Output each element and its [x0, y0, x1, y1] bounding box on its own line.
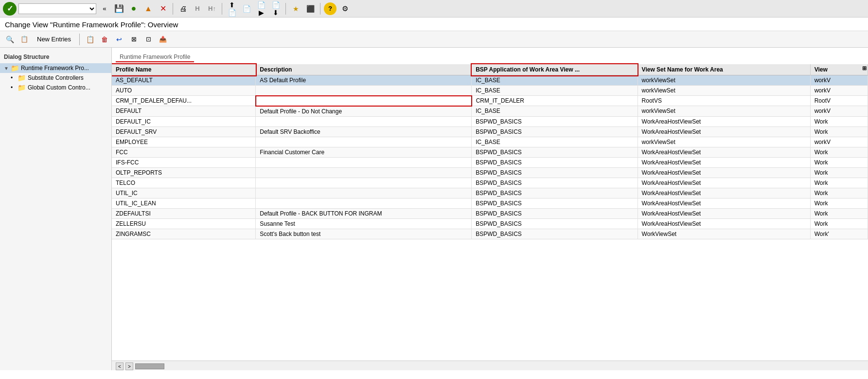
cell-view_set_name: workViewSet	[638, 106, 810, 117]
nav-dropdown[interactable]	[18, 3, 96, 14]
undo-btn[interactable]: ↩	[113, 34, 125, 45]
cell-description: Default Profile - Do Not Change	[256, 106, 472, 117]
select-all-btn[interactable]: ⊠	[128, 34, 140, 45]
data-table: Profile Name Description BSP Application…	[112, 64, 868, 239]
cell-profile_name: DEFAULT_SRV	[112, 126, 256, 137]
cell-profile_name: OLTP_REPORTS	[112, 167, 256, 178]
cell-description	[256, 137, 472, 147]
table-row[interactable]: DEFAULTDefault Profile - Do Not ChangeIC…	[112, 106, 868, 117]
col-resize-desc[interactable]	[469, 64, 471, 75]
settings-button[interactable]: ⚙	[338, 2, 351, 15]
cell-view_set_name: WorkAreaHostViewSet	[638, 208, 810, 218]
cell-description	[256, 96, 472, 106]
cell-view_set_name: WorkAreaHostViewSet	[638, 147, 810, 157]
cell-bsp_app: IC_BASE	[472, 137, 638, 147]
table-row[interactable]: EMPLOYEEIC_BASEworkViewSetworkV	[112, 137, 868, 147]
table-row[interactable]: AUTOIC_BASEworkViewSetworkV	[112, 86, 868, 96]
cell-profile_name: CRM_IT_DEALER_DEFAU...	[112, 96, 256, 106]
col-resize-profile[interactable]	[253, 64, 255, 75]
sep5	[79, 34, 80, 45]
bullet-icon: •	[11, 74, 16, 81]
export-btn[interactable]: 📤	[157, 34, 169, 45]
cell-description: AS Default Profile	[256, 75, 472, 86]
table-row[interactable]: ZINGRAMSCScott's Back button testBSPWD_B…	[112, 229, 868, 239]
cell-view: Work	[810, 198, 868, 208]
cell-bsp_app: BSPWD_BASICS	[472, 157, 638, 167]
table-row[interactable]: DEFAULT_SRVDefault SRV BackofficeBSPWD_B…	[112, 126, 868, 137]
table-row[interactable]: AS_DEFAULTAS Default ProfileIC_BASEworkV…	[112, 75, 868, 86]
star-button[interactable]: ★	[289, 2, 302, 15]
cell-description: Financial Customer Care	[256, 147, 472, 157]
save-button[interactable]: 💾	[113, 2, 125, 15]
bottom-scrollbar: < >	[112, 361, 868, 370]
table-row[interactable]: DEFAULT_ICBSPWD_BASICSWorkAreaHostViewSe…	[112, 116, 868, 126]
box1-button[interactable]: ⬛	[304, 2, 317, 15]
tree-item-root[interactable]: ▼ 📁 Runtime Framework Pro...	[0, 63, 111, 73]
copy-btn[interactable]: 📋	[84, 34, 96, 45]
checkmark-button[interactable]: ✓	[3, 2, 17, 16]
cell-description: Susanne Test	[256, 218, 472, 229]
cell-view_set_name: workViewSet	[638, 86, 810, 96]
cell-bsp_app: BSPWD_BASICS	[472, 147, 638, 157]
table-row[interactable]: CRM_IT_DEALER_DEFAU...CRM_IT_DEALERRootV…	[112, 96, 868, 106]
table-row[interactable]: IFS-FCCBSPWD_BASICSWorkAreaHostViewSetWo…	[112, 157, 868, 167]
table-row[interactable]: UTIL_ICBSPWD_BASICSWorkAreaHostViewSetWo…	[112, 188, 868, 198]
table-body: AS_DEFAULTAS Default ProfileIC_BASEworkV…	[112, 75, 868, 239]
cell-profile_name: IFS-FCC	[112, 157, 256, 167]
cell-bsp_app: BSPWD_BASICS	[472, 198, 638, 208]
cell-view: workV	[810, 106, 868, 117]
table-row[interactable]: ZDEFAULTSIDefault Profile - BACK BUTTON …	[112, 208, 868, 218]
tree-item-global[interactable]: • 📁 Global Custom Contro...	[0, 83, 111, 92]
right-panel: Runtime Framework Profile Profile Name D…	[112, 48, 868, 370]
table-row[interactable]: OLTP_REPORTSBSPWD_BASICSWorkAreaHostView…	[112, 167, 868, 178]
cell-profile_name: UTIL_IC	[112, 188, 256, 198]
cell-profile_name: FCC	[112, 147, 256, 157]
cell-view: RootV	[810, 96, 868, 106]
tree-item-substitute-label: Substitute Controllers	[28, 74, 84, 81]
separator3	[285, 3, 286, 15]
scroll-right-btn[interactable]: >	[125, 362, 133, 370]
table-row[interactable]: TELCOBSPWD_BASICSWorkAreaHostViewSetWork	[112, 178, 868, 188]
print-button[interactable]: 🖨	[177, 2, 189, 15]
find1-button[interactable]: H	[191, 2, 204, 15]
tree-item-substitute[interactable]: • 📁 Substitute Controllers	[0, 73, 111, 83]
upload-button[interactable]: ⬆📄	[226, 2, 238, 15]
col-resize-bsp[interactable]	[636, 64, 638, 75]
cell-view: Work	[810, 126, 868, 137]
help-button[interactable]: ?	[324, 2, 337, 15]
table-row[interactable]: FCCFinancial Customer CareBSPWD_BASICSWo…	[112, 147, 868, 157]
cell-view_set_name: WorkAreaHostViewSet	[638, 126, 810, 137]
search-btn[interactable]: 🔍	[4, 34, 16, 45]
cell-view_set_name: WorkAreaHostViewSet	[638, 116, 810, 126]
new-entries-button[interactable]: New Entries	[33, 35, 75, 44]
deselect-btn[interactable]: ⊡	[142, 34, 154, 45]
table-scroll-area[interactable]: Profile Name Description BSP Application…	[112, 62, 868, 361]
scroll-left-btn[interactable]: <	[116, 362, 124, 370]
scroll-thumb[interactable]	[135, 363, 164, 369]
cell-bsp_app: BSPWD_BASICS	[472, 126, 638, 137]
col-resize-viewset[interactable]	[808, 64, 810, 75]
table-view-btn[interactable]: 📋	[18, 34, 30, 45]
green-circle-button[interactable]: ●	[127, 2, 140, 15]
back-button[interactable]: «	[98, 2, 111, 15]
cell-description	[256, 198, 472, 208]
orange-up-button[interactable]: ▲	[142, 2, 155, 15]
find2-button[interactable]: H↑	[206, 2, 218, 15]
page-right-button[interactable]: 📄▶	[255, 2, 267, 15]
folder-icon-root: 📁	[11, 64, 19, 72]
col-header-view: View ⊞	[810, 64, 868, 75]
delete-btn[interactable]: 🗑	[99, 34, 110, 45]
cell-bsp_app: BSPWD_BASICS	[472, 208, 638, 218]
page-blank-button[interactable]: 📄	[240, 2, 253, 15]
red-x-button[interactable]: ✕	[157, 2, 169, 15]
cell-bsp_app: IC_BASE	[472, 106, 638, 117]
page-down-button[interactable]: 📄⬇	[269, 2, 282, 15]
cell-profile_name: AUTO	[112, 86, 256, 96]
cell-profile_name: UTIL_IC_LEAN	[112, 198, 256, 208]
table-row[interactable]: UTIL_IC_LEANBSPWD_BASICSWorkAreaHostView…	[112, 198, 868, 208]
cell-view: Work	[810, 157, 868, 167]
cell-bsp_app: IC_BASE	[472, 75, 638, 86]
col-resize-view[interactable]	[866, 64, 868, 75]
table-row[interactable]: ZELLERSUSusanne TestBSPWD_BASICSWorkArea…	[112, 218, 868, 229]
main-content: Dialog Structure ▼ 📁 Runtime Framework P…	[0, 48, 868, 370]
